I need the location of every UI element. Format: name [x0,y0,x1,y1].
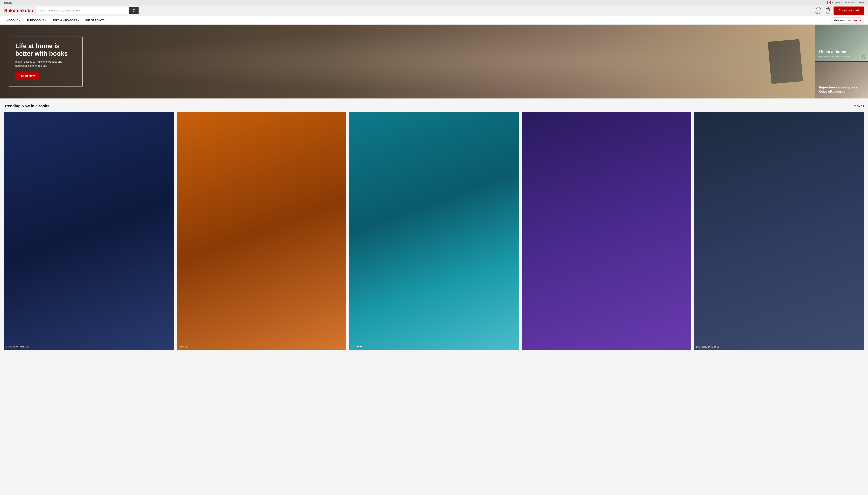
promo-area[interactable]: Get $15 [4,1,12,4]
nav-apps-ereaders-label: APPS & eREADERS [53,19,77,22]
nav-ebooks[interactable]: eBOOKS ▾ [4,16,23,24]
top-bar-right: English ▾ Gift Cards Help [827,1,864,4]
language-chevron-icon: ▾ [840,1,842,4]
nav-super-points-label: SUPER POINTS [85,19,105,22]
listen-subtitle-text: Your first audiobook is on us [819,55,847,58]
book-cover-1: LISA SCOTTOLINE [4,112,174,350]
book-card-5[interactable]: the FORTUNATE ONES [694,112,864,350]
search-bar [37,7,139,14]
canadian-flag-icon [827,1,831,4]
listen-chevron-icon: › [848,55,849,58]
nav-super-points-chevron-icon: ▾ [105,19,106,21]
search-button[interactable] [129,7,139,14]
sign-in-link[interactable]: Sign in [853,19,861,22]
header-right: Wishlist Cart Create account Have an acc… [815,6,864,15]
book-card-4[interactable] [522,112,691,350]
hero-background [0,24,815,99]
shipping-title-text: Enjoy free shipping on all Kobo eReaders [819,85,860,93]
book-cover-text-1: LISA SCOTTOLINE [4,112,174,350]
hero-content: Life at home is better with books Instan… [0,30,91,93]
nav-audiobooks-chevron-icon: ▾ [45,19,46,21]
book-cover-text-5: the FORTUNATE ONES [694,112,864,350]
top-bar: Get $15 English ▾ Gift Cards Help [0,0,868,5]
svg-rect-1 [827,1,828,4]
logo[interactable]: Rakuten kobo [4,8,33,13]
header: Rakuten kobo Wishlist Cart [0,5,868,16]
logo-kobo: kobo [22,8,33,13]
wishlist-label: Wishlist [815,12,822,14]
book-author-1: LISA SCOTTOLINE [6,345,172,348]
trending-title: Trending Now in eBooks [4,104,49,108]
shop-now-button[interactable]: Shop Now [15,72,40,80]
cart-label: Cart [826,12,830,14]
book-cover-2: LOUISE [177,112,346,350]
shipping-arrow-icon: › [844,90,845,93]
book-cover-text-3: of Curses [349,112,519,350]
promo-link[interactable]: Get $15 [4,1,12,4]
cart-button[interactable]: Cart [826,7,830,14]
help-link[interactable]: Help [859,1,864,4]
hero-subtitle: Instant access to millions of eBooks and… [15,60,76,68]
book-title-3: of Curses [351,345,517,348]
nav-ebooks-label: eBOOKS [7,19,18,22]
have-account-text: Have an account? [834,19,852,22]
tablet-decoration [768,39,803,84]
listen-title: Listen at home [819,50,849,54]
view-all-link[interactable]: View all [854,104,864,108]
create-account-button[interactable]: Create account [834,6,864,15]
book-author-2: LOUISE [178,345,345,348]
nav-audiobooks[interactable]: AUDIOBOOKS ▾ [23,16,49,24]
hero-text-box: Life at home is better with books Instan… [9,37,83,86]
search-input[interactable] [37,7,129,14]
nav-super-points[interactable]: SUPER POINTS ▾ [82,16,110,24]
hero-listen-panel[interactable]: Listen at home Your first audiobook is o… [815,24,868,62]
hero-main: Life at home is better with books Instan… [0,24,815,99]
headphone-icon: 🎧 [862,55,866,59]
nav-ebooks-chevron-icon: ▾ [19,19,20,21]
book-card-2[interactable]: LOUISE [177,112,346,350]
hero-shipping-panel[interactable]: Enjoy free shipping on all Kobo eReaders… [815,62,868,99]
book-cover-text-4 [522,112,691,350]
search-icon [132,9,136,12]
svg-line-5 [135,11,135,12]
wishlist-button[interactable]: Wishlist [815,7,822,14]
main-nav: eBOOKS ▾ AUDIOBOOKS ▾ APPS & eREADERS ▾ … [0,16,868,24]
hero-section: Life at home is better with books Instan… [0,24,868,99]
language-label: English [832,1,840,4]
shipping-content: Enjoy free shipping on all Kobo eReaders… [819,85,865,95]
trending-header: Trending Now in eBooks View all [4,104,864,108]
language-selector[interactable]: English ▾ [827,1,842,4]
svg-point-4 [133,9,135,12]
nav-audiobooks-label: AUDIOBOOKS [27,19,44,22]
book-card-1[interactable]: LISA SCOTTOLINE [4,112,174,350]
nav-apps-chevron-icon: ▾ [78,19,79,21]
hero-title: Life at home is better with books [15,42,76,57]
cart-icon [826,7,830,12]
sign-in-tooltip: Have an account? Sign in [831,17,864,23]
trending-section: Trending Now in eBooks View all LISA SCO… [0,99,868,353]
svg-rect-2 [830,1,831,4]
logo-rakuten: Rakuten [4,8,22,13]
books-grid: LISA SCOTTOLINE LOUISE of Curses [4,112,864,350]
book-cover-3: of Curses [349,112,519,350]
listen-subtitle: Your first audiobook is on us › [819,55,849,58]
nav-apps-ereaders[interactable]: APPS & eREADERS ▾ [49,16,82,24]
svg-rect-6 [826,8,830,11]
heart-icon [816,7,821,12]
gift-cards-link[interactable]: Gift Cards [845,1,856,4]
book-cover-5: the FORTUNATE ONES [694,112,864,350]
book-card-3[interactable]: of Curses [349,112,519,350]
book-cover-4 [522,112,691,350]
book-title-5: the FORTUNATE ONES [696,346,862,348]
listen-content: Listen at home Your first audiobook is o… [819,50,849,58]
shipping-title: Enjoy free shipping on all Kobo eReaders… [819,85,865,94]
book-cover-text-2: LOUISE [177,112,346,350]
hero-side: Listen at home Your first audiobook is o… [815,24,868,99]
